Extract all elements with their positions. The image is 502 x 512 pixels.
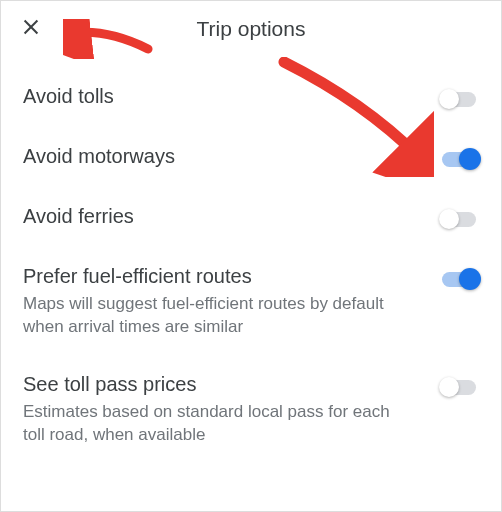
option-avoid-tolls: Avoid tolls	[1, 67, 501, 127]
toggle-prefer-fuel-efficient[interactable]	[439, 267, 479, 291]
option-text: Avoid ferries	[23, 203, 439, 229]
options-list: Avoid tolls Avoid motorways Avoid ferrie…	[1, 57, 501, 463]
toggle-avoid-motorways[interactable]	[439, 147, 479, 171]
option-avoid-ferries: Avoid ferries	[1, 187, 501, 247]
header: Trip options	[1, 1, 501, 57]
option-label: Avoid tolls	[23, 83, 399, 109]
toggle-avoid-tolls[interactable]	[439, 87, 479, 111]
option-label: Avoid ferries	[23, 203, 399, 229]
toggle-see-toll-pass-prices[interactable]	[439, 375, 479, 399]
option-desc: Estimates based on standard local pass f…	[23, 401, 399, 447]
page-title: Trip options	[197, 17, 306, 40]
close-button[interactable]	[17, 15, 45, 43]
option-text: Avoid motorways	[23, 143, 439, 169]
option-label: Prefer fuel-efficient routes	[23, 263, 399, 289]
option-see-toll-pass-prices: See toll pass prices Estimates based on …	[1, 355, 501, 463]
option-desc: Maps will suggest fuel-efficient routes …	[23, 293, 399, 339]
option-text: See toll pass prices Estimates based on …	[23, 371, 439, 447]
option-label: See toll pass prices	[23, 371, 399, 397]
close-icon	[20, 16, 42, 42]
option-prefer-fuel-efficient: Prefer fuel-efficient routes Maps will s…	[1, 247, 501, 355]
option-text: Prefer fuel-efficient routes Maps will s…	[23, 263, 439, 339]
toggle-avoid-ferries[interactable]	[439, 207, 479, 231]
option-label: Avoid motorways	[23, 143, 399, 169]
option-text: Avoid tolls	[23, 83, 439, 109]
option-avoid-motorways: Avoid motorways	[1, 127, 501, 187]
